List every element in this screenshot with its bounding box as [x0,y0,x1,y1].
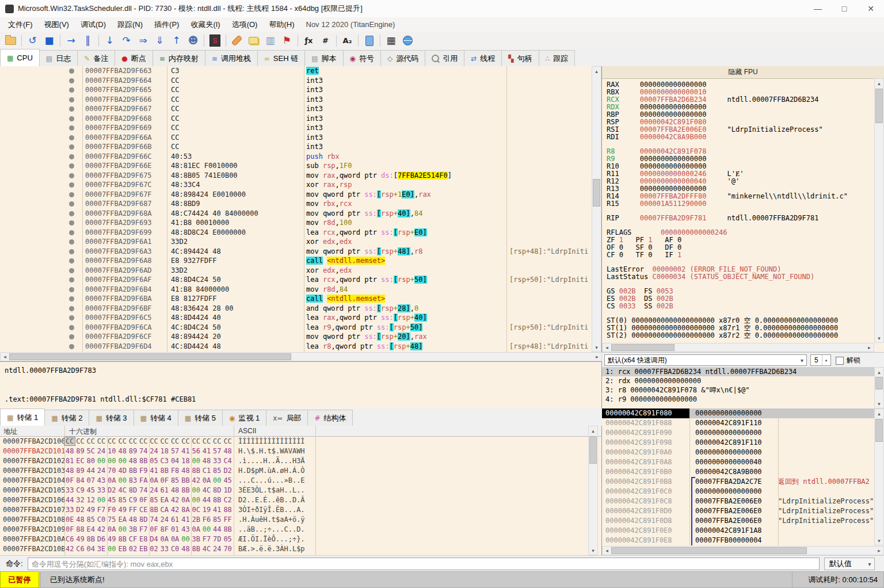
dump-byte[interactable]: 85 [212,467,222,475]
dump-tab-转储-2[interactable]: ▦转储 2 [44,410,89,426]
tab-备注[interactable]: ✎备注 [77,50,115,66]
dump-byte[interactable]: 85 [170,476,180,484]
dump-byte[interactable]: C6 [75,545,85,553]
dump-byte[interactable]: 18 [159,447,170,455]
argument-row[interactable]: 1: rcx 00007FFBA2D6B234 ntdll.00007FFBA2… [602,367,884,376]
scroll-up-icon[interactable] [592,67,601,75]
breakpoint-dot-icon[interactable] [69,296,74,301]
dump-byte[interactable]: 04 [170,457,180,465]
run-button[interactable]: → [63,33,79,48]
dump-byte[interactable]: 48 [170,486,180,494]
disasm-row[interactable]: 00007FFBA2D9F67C48:33C4xor rax,rsp [0,180,591,190]
dump-byte[interactable]: 42 [191,476,201,484]
menu-item-3[interactable]: 调试(D) [75,17,112,32]
dump-byte[interactable]: 89 [128,447,138,455]
stack-vscrollbar[interactable] [874,408,884,545]
dump-byte[interactable]: 8B [180,486,190,494]
stack-hscrollbar[interactable] [602,546,884,555]
dump-byte[interactable]: CC [180,437,190,445]
menu-item-2[interactable]: 视图(V) [39,17,75,32]
dump-byte[interactable]: 00 [96,496,106,504]
minimize-icon[interactable]: — [805,0,831,17]
dump-byte[interactable]: 00 [117,457,127,465]
text-az-button[interactable]: A₂ [340,33,355,48]
dump-byte[interactable]: 88 [75,525,85,533]
dump-byte[interactable]: 8B [148,506,159,514]
stack-row[interactable]: 00000042C891F0D000007FFBA2E006E0"LdrpIni… [602,506,874,516]
run-to-selection-button[interactable]: ⇒ [135,33,151,48]
breakpoint-dot-icon[interactable] [69,325,74,330]
tab-源代码[interactable]: ◇源代码 [380,50,425,66]
dump-byte[interactable]: 8A [180,506,190,514]
dump-byte[interactable]: CE [138,506,148,514]
dump-byte[interactable]: 74 [148,516,159,524]
arguments-vscrollbar[interactable] [874,367,884,408]
dump-byte[interactable]: 48 [117,447,127,455]
dump-byte[interactable]: C4 [222,457,233,465]
dump-byte[interactable]: BB [180,476,190,484]
dump-row[interactable]: 00007FFBA2CD10148895C2410488974241857415… [0,446,601,456]
dump-byte[interactable]: 0F [64,476,75,484]
dump-byte[interactable]: D2 [75,506,85,514]
dump-byte[interactable]: 48 [128,457,138,465]
maximize-icon[interactable]: □ [831,0,858,17]
dump-byte[interactable]: 33 [64,506,75,514]
dump-byte[interactable]: F9 [138,467,148,475]
tab-引用[interactable]: 引用 [425,50,464,66]
scroll-up-icon[interactable] [875,79,883,87]
dump-row[interactable]: 00007FFBA2CD10AC6498BD6498BCFE8D40A0A003… [0,534,601,544]
scroll-up-icon[interactable] [875,409,883,418]
dump-tab-转储-3[interactable]: ▦转储 3 [89,410,134,426]
dump-byte[interactable]: 1D [222,486,233,494]
disasm-row[interactable]: 00007FFBA2D9F6A34C:894424 48mov qword pt… [0,247,591,257]
registers-hscrollbar[interactable] [602,343,874,352]
dump-byte[interactable]: 8D [212,486,222,494]
dump-byte[interactable]: 32 [75,496,85,504]
execute-till-return-button[interactable]: ↑ [169,33,184,48]
dump-byte[interactable]: CC [212,437,222,445]
dump-byte[interactable]: 8B [159,467,170,475]
disasm-row[interactable]: 00007FFBA2D9F68748:8BD9mov rbx,rcx [0,199,591,209]
dump-byte[interactable]: 33 [64,486,75,494]
dump-byte[interactable]: 0A [170,535,180,543]
dump-byte[interactable]: CC [117,437,127,445]
register-line[interactable]: RIP 00007FFBA2D9F781 ntdll.00007FFBA2D9F… [607,215,872,222]
dump-byte[interactable]: CC [86,437,96,445]
dump-byte[interactable]: 45 [86,486,96,494]
dump-byte[interactable]: 44 [201,496,212,504]
dump-byte[interactable]: 0F [148,525,159,533]
disasm-row[interactable]: 00007FFBA2D9F66BCCint3 [0,142,591,152]
breakpoint-dot-icon[interactable] [69,258,74,264]
dump-byte[interactable]: 61 [170,516,180,524]
dump-byte[interactable]: 4D [117,467,127,475]
breakpoint-dot-icon[interactable] [69,97,74,102]
scroll-left-icon[interactable] [1,353,9,361]
stack-row[interactable]: 00000042C891F0C00000000000000000 [602,487,874,497]
menu-item-1[interactable]: 文件(F) [2,17,39,32]
breakpoint-dot-icon[interactable] [69,106,74,112]
scroll-up-icon[interactable] [875,368,883,376]
dump-byte[interactable]: 42 [170,496,180,504]
dump-byte[interactable]: 44 [86,467,96,475]
scroll-up-icon[interactable] [589,426,597,435]
dump-byte[interactable]: 0F [159,476,170,484]
notepad-button[interactable] [361,33,377,48]
dump-byte[interactable]: D4 [148,535,159,543]
disasm-vscrollbar[interactable] [592,66,601,352]
breakpoint-dot-icon[interactable] [69,87,74,93]
stack-row[interactable]: 00000042C891F09800000042C891F110 [602,438,874,448]
dump-byte[interactable]: 81 [64,457,75,465]
dump-byte[interactable]: 41 [212,506,222,514]
dump-byte[interactable]: CC [64,437,75,445]
scroll-thumb[interactable] [611,547,807,554]
dump-byte[interactable]: CC [170,437,180,445]
dump-byte[interactable]: 00 [191,496,201,504]
breakpoint-dot-icon[interactable] [69,268,74,273]
dump-byte[interactable]: EB [138,545,148,553]
dump-byte[interactable]: 4C [117,486,127,494]
breakpoint-dot-icon[interactable] [69,249,74,254]
dump-byte[interactable]: 24 [96,467,106,475]
dump-byte[interactable]: 42 [96,525,106,533]
dump-byte[interactable]: D6 [96,535,106,543]
dump-byte[interactable]: 48 [64,447,75,455]
